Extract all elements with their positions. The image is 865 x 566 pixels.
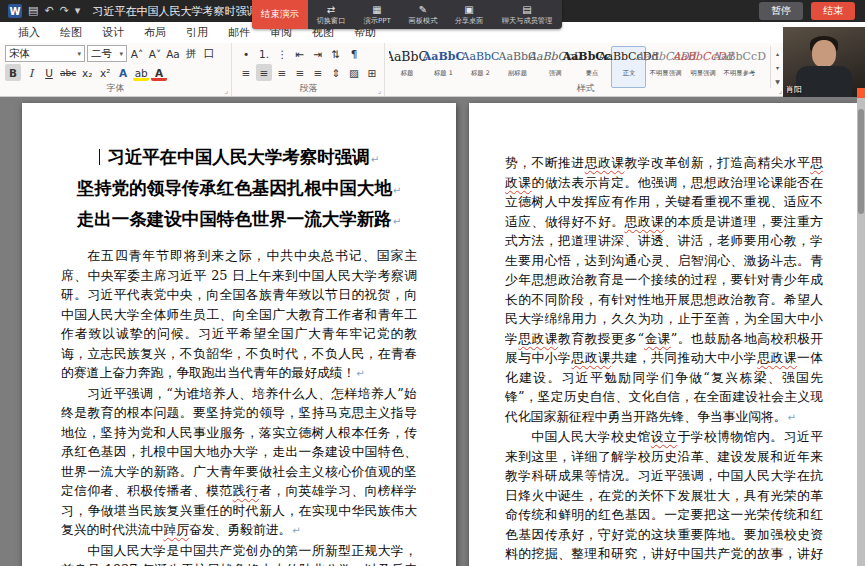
- ribbon-tab[interactable]: 布局: [134, 22, 176, 43]
- change-case-button[interactable]: Aa: [165, 45, 181, 62]
- redo-icon[interactable]: ↷: [60, 0, 69, 22]
- share-button-icon: ▣: [464, 4, 473, 16]
- misspelled-word: 金课: [644, 331, 671, 346]
- style-sample: AaBbC: [461, 49, 499, 65]
- pause-button[interactable]: 暂停: [759, 2, 803, 20]
- document-page-2[interactable]: 势，不断推进思政课教学改革创新，打造高精尖水平思政课的做法表示肯定。他强调，思想…: [469, 103, 857, 566]
- font-size-value: 二号: [91, 47, 112, 61]
- text-highlight-color-button[interactable]: ab: [133, 67, 149, 81]
- document-paragraph[interactable]: 中国人民大学校史馆设立于学校博物馆内。习近平来到这里，详细了解学校历史沿革、建设…: [505, 427, 823, 566]
- style-name: 不明显参考: [724, 69, 756, 78]
- text-effects-button[interactable]: A: [115, 64, 131, 81]
- share-button-label: 画板模式: [409, 16, 438, 25]
- align-center-button[interactable]: ≡: [256, 64, 272, 81]
- ribbon-tab[interactable]: 引用: [176, 22, 218, 43]
- save-icon[interactable]: ▤: [28, 0, 38, 22]
- show-formatting-marks-button[interactable]: ¶: [346, 45, 362, 62]
- paragraph-group-label: 段落: [233, 82, 384, 95]
- borders-button[interactable]: ⊞: [364, 64, 380, 81]
- screen-share-toolbar: 结束演示 ⇄ 切换窗口 ▦ 演示PPT ✎ 画板模式 ▣: [252, 0, 562, 29]
- window-title: 习近平在中国人民大学考察时强调 坚持党的领导传承红…: [92, 4, 264, 19]
- strikethrough-button[interactable]: abc: [59, 64, 77, 81]
- vertical-scrollbar[interactable]: [857, 97, 865, 566]
- font-row-1: 宋体 ▾ 二号 ▾ A˄ A˅ Aa 拼 囗: [5, 45, 217, 62]
- font-name-select[interactable]: 宋体 ▾: [5, 45, 85, 62]
- paragraph-mark: ↵: [393, 216, 401, 227]
- orange-marker: [857, 88, 865, 98]
- presenter-body: [796, 66, 852, 97]
- misspelled-word: 思政课: [571, 350, 611, 365]
- line-spacing-button[interactable]: ⇕: [328, 64, 344, 81]
- document-paragraph[interactable]: 势，不断推进思政课教学改革创新，打造高精尖水平思政课的做法表示肯定。他强调，思想…: [505, 153, 823, 427]
- style-sample: AaBbCcD: [713, 49, 766, 65]
- styles-group: AaBbC 标题 AaBbC 标题 1 AaBbC 标题 2 AaBb: [386, 43, 786, 96]
- shading-button[interactable]: ▨: [346, 64, 362, 81]
- document-title-line[interactable]: 走出一条建设中国特色世界一流大学新路↵: [61, 205, 417, 236]
- phonetic-guide-button[interactable]: 拼: [183, 45, 199, 62]
- document-paragraph[interactable]: 习近平强调，“为谁培养人、培养什么人、怎样培养人”始终是教育的根本问题。要坚持党…: [61, 384, 417, 541]
- presenter-video-overlay[interactable]: 肖阳: [783, 27, 865, 97]
- subscript-button[interactable]: x₂: [79, 64, 95, 81]
- ribbon: 宋体 ▾ 二号 ▾ A˄ A˅ Aa 拼 囗 B I U abc x₂ x²: [0, 43, 865, 97]
- share-toolbar-buttons: ⇄ 切换窗口 ▦ 演示PPT ✎ 画板模式 ▣ 分享桌面: [308, 0, 562, 29]
- share-toolbar-button[interactable]: ▦ 演示PPT: [354, 0, 400, 29]
- underline-button[interactable]: U: [41, 64, 57, 81]
- font-color-button[interactable]: A: [151, 67, 167, 81]
- paragraph-row-2: ≡ ≡ ≡ ≡ ≡ ⇕ ▨ ⊞: [238, 64, 380, 81]
- grow-font-button[interactable]: A˄: [129, 45, 145, 62]
- quick-access-toolbar: W ▤ ↶ ↷ ▾: [0, 0, 88, 22]
- superscript-button[interactable]: x²: [97, 64, 113, 81]
- distribute-button[interactable]: ≡: [310, 64, 326, 81]
- font-dialog-launcher-icon[interactable]: ⌟: [225, 87, 228, 95]
- align-left-button[interactable]: ≡: [238, 64, 254, 81]
- share-toolbar-button[interactable]: ▤ 聊天与成员管理: [492, 0, 562, 29]
- justify-button[interactable]: ≡: [292, 64, 308, 81]
- font-group: 宋体 ▾ 二号 ▾ A˄ A˅ Aa 拼 囗 B I U abc x₂ x²: [0, 43, 232, 96]
- share-button-label: 演示PPT: [363, 16, 390, 25]
- increase-indent-button[interactable]: ⇥: [310, 45, 326, 62]
- document-paragraph[interactable]: 在五四青年节即将到来之际，中共中央总书记、国家主席、中央军委主席习近平 25 日…: [61, 246, 417, 384]
- share-toolbar-button[interactable]: ✎ 画板模式: [400, 0, 446, 29]
- italic-button[interactable]: I: [23, 64, 39, 81]
- misspelled-word: 思政课: [505, 155, 823, 190]
- misspelled-word: 设立: [651, 429, 678, 444]
- document-title-line[interactable]: 坚持党的领导传承红色基因扎根中国大地↵: [61, 174, 417, 205]
- share-toolbar-button[interactable]: ▣ 分享桌面: [446, 0, 492, 29]
- font-name-value: 宋体: [9, 47, 30, 61]
- end-button[interactable]: 结束: [811, 2, 855, 20]
- document-page-1[interactable]: 习近平在中国人民大学考察时强调↵ 坚持党的领导传承红色基因扎根中国大地↵ 走出一…: [22, 103, 456, 566]
- ribbon-tab[interactable]: 插入: [8, 22, 50, 43]
- document-paragraph[interactable]: 中国人民大学是中国共产党创办的第一所新型正规大学，前身是 1937 年诞生于抗日…: [61, 541, 417, 566]
- font-size-select[interactable]: 二号 ▾: [87, 45, 127, 62]
- end-share-button[interactable]: 结束演示: [252, 0, 308, 29]
- numbering-button[interactable]: 1.: [256, 45, 272, 62]
- multilevel-list-button[interactable]: ⋮: [274, 45, 290, 62]
- page-1-body: 在五四青年节即将到来之际，中共中央总书记、国家主席、中央军委主席习近平 25 日…: [61, 246, 417, 566]
- align-right-button[interactable]: ≡: [274, 64, 290, 81]
- paragraph-mark: ↵: [356, 368, 364, 379]
- character-border-button[interactable]: 囗: [201, 45, 217, 62]
- ribbon-tab[interactable]: 设计: [92, 22, 134, 43]
- font-row-2: B I U abc x₂ x² A ab A: [5, 64, 167, 81]
- title-text: 走出一条建设中国特色世界一流大学新路: [77, 209, 392, 229]
- qat-customize-dropdown-icon[interactable]: ▾: [75, 0, 81, 22]
- misspelled-word: 思政课: [585, 155, 625, 170]
- share-toolbar-button[interactable]: ⇄ 切换窗口: [308, 0, 354, 29]
- page-2-body: 势，不断推进思政课教学改革创新，打造高精尖水平思政课的做法表示肯定。他强调，思想…: [505, 153, 823, 566]
- decrease-indent-button[interactable]: ⇤: [292, 45, 308, 62]
- bullets-button[interactable]: •: [238, 45, 254, 62]
- bold-button[interactable]: B: [5, 64, 21, 81]
- undo-icon[interactable]: ↶: [44, 0, 53, 22]
- scrollbar-thumb[interactable]: [858, 109, 864, 214]
- document-title: 习近平在中国人民大学考察时强调↵ 坚持党的领导传承红色基因扎根中国大地↵ 走出一…: [61, 143, 417, 236]
- styles-dialog-launcher-icon[interactable]: ⌟: [779, 87, 782, 95]
- shrink-font-button[interactable]: A˅: [147, 45, 163, 62]
- sort-button[interactable]: ⇅: [328, 45, 344, 62]
- paragraph-dialog-launcher-icon[interactable]: ⌟: [378, 87, 381, 95]
- title-text: 坚持党的领导传承红色基因扎根中国大地: [77, 178, 392, 198]
- document-title-line[interactable]: 习近平在中国人民大学考察时强调↵: [61, 143, 417, 174]
- misspelled-word: 踔厉: [163, 522, 189, 537]
- share-button-label: 聊天与成员管理: [502, 16, 552, 25]
- style-name: 标题 2: [471, 69, 490, 78]
- ribbon-tab[interactable]: 绘图: [50, 22, 92, 43]
